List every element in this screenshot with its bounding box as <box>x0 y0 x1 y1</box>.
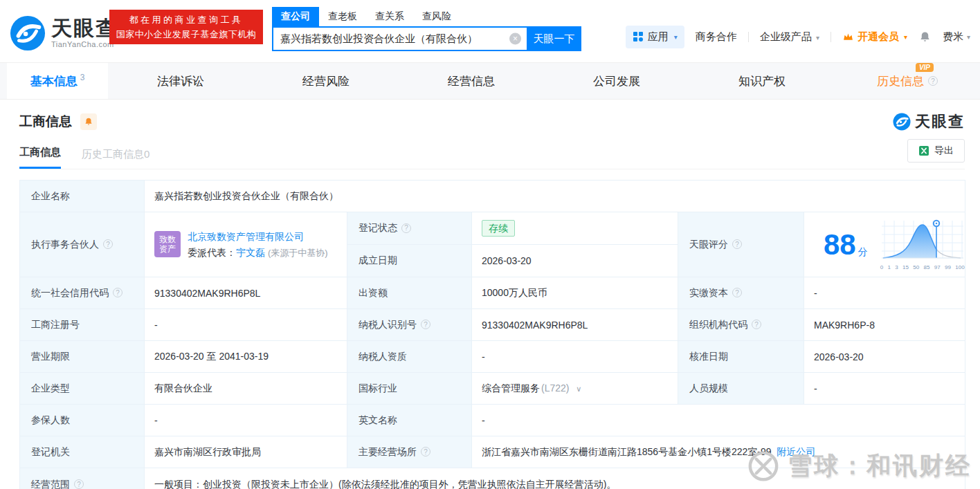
delegate-prefix: 委派代表： <box>188 247 236 258</box>
partner-company-link[interactable]: 北京致数资产管理有限公司 <box>188 231 304 242</box>
nav-business-cooperation[interactable]: 商务合作 <box>696 30 737 44</box>
vip-badge: VIP <box>916 63 934 72</box>
field-value-industry[interactable]: 综合管理服务(L722) ∨ <box>472 373 678 405</box>
field-value-score: 88分 <box>804 212 965 277</box>
score-distribution-chart: 0131550859799100 <box>879 219 966 270</box>
table-row: 工商注册号 - 纳税人识别号? 91330402MAK9RH6P8L 组织机构代… <box>20 309 965 341</box>
field-label-taxpayer-id: 纳税人识别号? <box>347 309 472 341</box>
search-tab-relation[interactable]: 查关系 <box>366 7 413 26</box>
excel-icon <box>918 145 929 156</box>
help-icon: ? <box>103 239 113 249</box>
chevron-down-icon: ▾ <box>816 34 819 41</box>
field-value-uscc: 91330402MAK9RH6P8L <box>145 277 347 309</box>
tab-history-info[interactable]: 历史信息 VIP ? <box>835 63 980 99</box>
top-header: 天眼查 TianYanCha.com 都在用的商业查询工具 国家中小企业发展子基… <box>0 0 980 63</box>
field-value-term: 2026-03-20 至 2041-03-19 <box>145 341 347 373</box>
apps-menu-button[interactable]: 应用 ▾ <box>626 26 684 48</box>
tianyancha-logo[interactable]: 天眼查 TianYanCha.com <box>10 15 118 51</box>
table-row: 参保人数 - 英文名称 - <box>20 405 965 436</box>
chevron-down-icon: ▾ <box>967 33 970 41</box>
clear-search-icon[interactable]: × <box>509 33 521 45</box>
divider <box>831 32 831 42</box>
field-value-taxpayer-id: 91330402MAK9RH6P8L <box>472 309 678 341</box>
field-value-executive-partner: 致数资产 北京致数资产管理有限公司 委派代表：宇文磊 (来源于中基协) <box>145 212 347 277</box>
field-value-english-name: - <box>472 405 965 436</box>
chevron-down-icon: ∨ <box>576 385 581 393</box>
tianyancha-eye-icon <box>893 113 911 131</box>
logo-text: 天眼查 <box>51 18 118 39</box>
help-icon: ? <box>74 479 84 489</box>
nav-user-menu[interactable]: 费米 ▾ <box>943 30 970 44</box>
help-icon: ? <box>732 239 742 249</box>
nav-enterprise-products[interactable]: 企业级产品 ▾ <box>760 30 819 44</box>
search-tab-boss[interactable]: 查老板 <box>319 7 366 26</box>
nav-vip-membership[interactable]: 开通会员 ▾ <box>842 30 907 44</box>
watermark-text: 雪球：和讯财经 <box>788 450 972 482</box>
field-label-insured: 参保人数 <box>20 405 145 436</box>
banner-line2: 国家中小企业发展子基金旗下机构 <box>116 28 257 41</box>
chevron-down-icon: ▾ <box>904 33 907 41</box>
delegate-source-note: (来源于中基协) <box>268 248 328 258</box>
search-tab-company[interactable]: 查公司 <box>272 7 319 26</box>
tianyancha-company-page: 天眼查 TianYanCha.com 都在用的商业查询工具 国家中小企业发展子基… <box>0 0 980 489</box>
field-value-name: 嘉兴指若数创业投资合伙企业（有限合伙） <box>145 181 965 212</box>
tab-company-development[interactable]: 公司发展 <box>544 63 689 99</box>
field-label-contribution: 出资额 <box>347 277 472 309</box>
field-label-english-name: 英文名称 <box>347 405 472 436</box>
field-label-term: 营业期限 <box>20 341 145 373</box>
chevron-down-icon: ▾ <box>674 33 678 41</box>
score-axis-ticks: 0131550859799100 <box>879 264 966 270</box>
apps-label: 应用 <box>648 30 669 44</box>
subscribe-bell-icon[interactable] <box>80 113 97 130</box>
help-icon: ? <box>421 320 430 329</box>
business-info-table: 企业名称 嘉兴指若数创业投资合伙企业（有限合伙） 执行事务合伙人? 致数资产 北… <box>19 180 965 489</box>
delegate-name-link[interactable]: 宇文磊 <box>236 247 265 258</box>
help-icon: ? <box>113 288 122 297</box>
search-tab-risk[interactable]: 查风险 <box>413 7 460 26</box>
notification-bell-icon[interactable] <box>918 30 932 44</box>
tab-intellectual-property[interactable]: 知识产权 <box>689 63 835 99</box>
tianyancha-eye-icon <box>10 15 46 51</box>
search-area: 查公司 查老板 查关系 查风险 × 天眼一下 <box>272 8 581 51</box>
status-badge: 存续 <box>482 220 515 237</box>
tab-operation-info[interactable]: 经营信息 <box>399 63 544 99</box>
field-value-taxpayer-quality: - <box>472 341 678 373</box>
field-label-executive-partner: 执行事务合伙人? <box>20 212 145 277</box>
help-icon: ? <box>401 223 411 233</box>
table-row: 企业类型 有限合伙企业 国标行业 综合管理服务(L722) ∨ 人员规模 - <box>20 373 965 405</box>
table-row: 企业名称 嘉兴指若数创业投资合伙企业（有限合伙） <box>20 181 965 212</box>
field-label-reg-number: 工商注册号 <box>20 309 145 341</box>
search-button[interactable]: 天眼一下 <box>527 26 581 51</box>
field-value-authority: 嘉兴市南湖区行政审批局 <box>145 436 347 468</box>
field-label-scope: 经营范围? <box>20 468 145 489</box>
company-section-tabs: 基本信息 3 法律诉讼 经营风险 经营信息 公司发展 知识产权 历史信息 VIP… <box>0 63 980 100</box>
field-label-paid-capital: 实缴资本? <box>678 277 804 309</box>
tab-operation-risk[interactable]: 经营风险 <box>253 63 399 99</box>
export-button[interactable]: 导出 <box>907 139 965 163</box>
field-label-approval-date: 核准日期 <box>678 341 804 373</box>
tab-basic-info[interactable]: 基本信息 3 <box>7 63 108 99</box>
search-tabs: 查公司 查老板 查关系 查风险 <box>272 8 581 26</box>
search-input-wrap: × <box>272 26 527 51</box>
field-label-address: 主要经营场所? <box>347 436 472 468</box>
field-value-reg-number: - <box>145 309 347 341</box>
top-nav: 应用 ▾ 商务合作 企业级产品 ▾ 开通会员 ▾ <box>626 25 970 48</box>
section-header: 工商信息 天眼查 <box>19 111 965 132</box>
field-value-approval-date: 2026-03-20 <box>804 341 965 373</box>
username: 费米 <box>943 30 963 44</box>
tab-legal-litigation[interactable]: 法律诉讼 <box>108 63 253 99</box>
search-input[interactable] <box>273 28 527 50</box>
subtab-business-info[interactable]: 工商信息 <box>19 146 61 169</box>
subtab-history-business-info[interactable]: 历史工商信息0 <box>82 148 149 169</box>
score-value: 88分 <box>824 230 868 259</box>
field-label-staff-size: 人员规模 <box>678 373 804 405</box>
field-label-authority: 登记机关 <box>20 436 145 468</box>
partner-logo: 致数资产 <box>154 231 181 257</box>
field-label-uscc: 统一社会信用代码? <box>20 277 145 309</box>
apps-grid-icon <box>633 31 644 42</box>
field-label-taxpayer-quality: 纳税人资质 <box>347 341 472 373</box>
field-label-reg-status: 登记状态? <box>347 212 472 245</box>
field-value-paid-capital: - <box>804 277 965 309</box>
banner-line1: 都在用的商业查询工具 <box>129 14 244 26</box>
field-label-name: 企业名称 <box>20 181 145 212</box>
